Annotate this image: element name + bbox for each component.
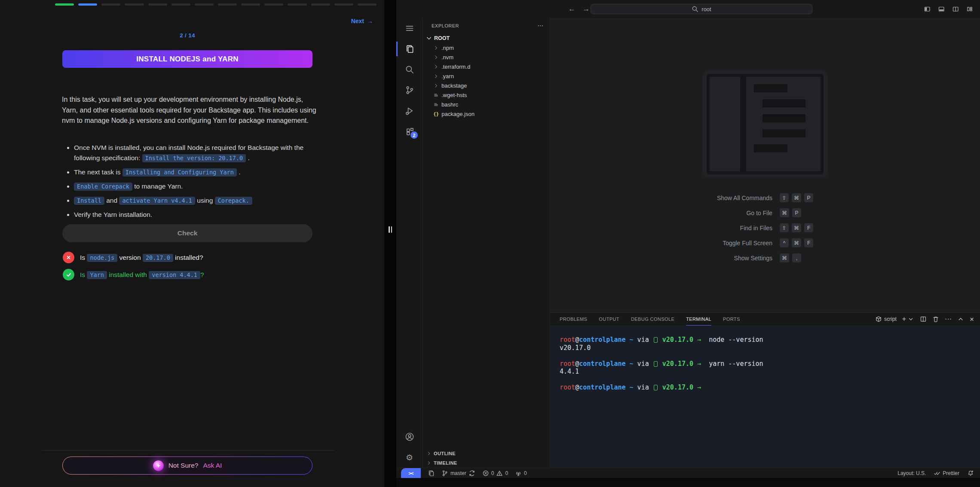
statusbar-copy-icon[interactable] xyxy=(428,470,435,477)
x-mark-icon xyxy=(63,252,74,263)
ask-ai-button[interactable]: Not Sure? Ask AI xyxy=(62,457,312,475)
check-button[interactable]: Check xyxy=(62,224,312,242)
branch-name: master xyxy=(450,470,466,476)
explorer-item-bashrc[interactable]: bashrc xyxy=(423,100,550,109)
remote-indicator[interactable]: >< xyxy=(401,468,421,478)
arrow-right-icon: → xyxy=(367,18,373,24)
activity-account-icon[interactable] xyxy=(396,426,423,447)
maximize-panel-icon[interactable] xyxy=(957,316,964,323)
terminal-line xyxy=(560,352,971,360)
kill-terminal-icon[interactable] xyxy=(932,316,939,323)
task-panel: Next → 2 / 14 INSTALL NODEJS and YARN In… xyxy=(0,0,384,487)
nodejs-icon xyxy=(654,337,658,343)
explorer-item-.yarn[interactable]: .yarn xyxy=(423,71,550,81)
chevron-right-icon xyxy=(426,460,432,466)
keycap: P xyxy=(792,208,801,217)
formatter-label: Prettier xyxy=(943,470,959,476)
activity-search-icon[interactable] xyxy=(396,59,423,80)
progress-segment-done xyxy=(55,3,74,6)
notifications-bell[interactable] xyxy=(967,470,974,477)
sidebar-section-timeline[interactable]: TIMELINE xyxy=(423,458,550,468)
activity-menu-icon[interactable] xyxy=(396,18,423,39)
error-count: 0 xyxy=(491,470,494,476)
keycap: ⌘ xyxy=(780,208,789,217)
progress-segment-todo xyxy=(125,3,144,6)
extensions-badge: 2 xyxy=(410,131,418,139)
toggle-sidebar-icon[interactable] xyxy=(924,6,931,12)
explorer-item-backstage[interactable]: backstage xyxy=(423,81,550,90)
task-bullet: Once NVM is installed, you can install N… xyxy=(74,143,321,163)
explorer-tree: .npm.nvm.terraform.d.yarnbackstage.wget-… xyxy=(423,43,550,119)
explorer-item-.nvm[interactable]: .nvm xyxy=(423,52,550,62)
double-check-icon xyxy=(934,470,940,477)
terminal-output[interactable]: root@controlplane ~ via v20.17.0 → node … xyxy=(550,326,980,468)
terminal-dropdown-icon[interactable] xyxy=(907,316,914,323)
new-terminal-button[interactable]: + xyxy=(902,316,906,323)
task-bullets: Once NVM is installed, you can install N… xyxy=(63,143,321,224)
editor-empty-state: Show All Commands⇧⌘PGo to File⌘PFind in … xyxy=(550,18,980,312)
resize-handle[interactable] xyxy=(389,226,392,233)
ports-status[interactable]: 0 xyxy=(515,470,527,477)
bottom-panel: PROBLEMSOUTPUTDEBUG CONSOLETERMINALPORTS… xyxy=(550,312,980,468)
explorer-item-.wget-hsts[interactable]: .wget-hsts xyxy=(423,90,550,100)
bell-icon xyxy=(967,470,974,477)
panel-tab-terminal[interactable]: TERMINAL xyxy=(686,313,711,326)
activity-extensions-icon[interactable]: 2 xyxy=(396,121,423,142)
progress-segment-todo xyxy=(288,3,306,6)
chevron-right-icon xyxy=(426,451,432,456)
task-bullet: Install and activate Yarn v4.4.1 using C… xyxy=(74,195,321,206)
keycap: ⌘ xyxy=(792,223,801,232)
panel-tab-ports[interactable]: PORTS xyxy=(723,313,740,326)
customize-layout-icon[interactable] xyxy=(966,6,973,12)
code-chip: node.js xyxy=(87,254,117,262)
explorer-title: EXPLORER xyxy=(432,23,459,28)
terminal-line: root@controlplane ~ via v20.17.0 → yarn … xyxy=(560,360,971,368)
nav-back-icon[interactable]: ← xyxy=(568,5,576,13)
explorer-item-.terraform.d[interactable]: .terraform.d xyxy=(423,62,550,71)
task-description: In this task, you will set up your devel… xyxy=(62,94,317,126)
git-branch-status[interactable]: master xyxy=(441,470,475,477)
activity-run-debug-icon[interactable] xyxy=(396,100,423,121)
progress-segment-todo xyxy=(101,3,120,6)
warnings-icon xyxy=(496,470,503,477)
progress-bar xyxy=(55,3,377,6)
keyboard-layout-status[interactable]: Layout: U.S. xyxy=(897,470,926,476)
problems-status[interactable]: 0 0 xyxy=(482,470,508,477)
keycap: ⇧ xyxy=(780,223,789,232)
explorer-item-.npm[interactable]: .npm xyxy=(423,43,550,52)
search-icon xyxy=(692,6,698,12)
activity-source-control-icon[interactable] xyxy=(396,80,423,100)
progress-segment-todo xyxy=(311,3,330,6)
split-terminal-icon[interactable] xyxy=(920,316,927,323)
sidebar-section-outline[interactable]: OUTLINE xyxy=(423,449,550,458)
explorer-item-package.json[interactable]: {}package.json xyxy=(423,109,550,119)
check-result-fail: Is node.js version 20.17.0 installed? xyxy=(63,252,204,263)
errors-icon xyxy=(482,470,489,477)
panel-tab-problems[interactable]: PROBLEMS xyxy=(560,313,587,326)
shortcut-keys: ⇧⌘P xyxy=(780,193,813,202)
split-editor-icon[interactable] xyxy=(952,6,959,12)
formatter-status[interactable]: Prettier xyxy=(934,470,959,477)
task-bullet: The next task is Installing and Configur… xyxy=(74,167,321,177)
panel-more-icon[interactable]: ··· xyxy=(945,316,952,323)
ask-ai-label-suffix: Ask AI xyxy=(203,462,222,469)
toggle-panel-icon[interactable] xyxy=(938,6,945,12)
panel-tab-debug-console[interactable]: DEBUG CONSOLE xyxy=(631,313,674,326)
shortcut-label: Find in Files xyxy=(717,225,772,231)
code-chip: 20.17.0 xyxy=(143,254,173,262)
shortcut-label: Show Settings xyxy=(717,255,772,262)
command-center-search[interactable]: root xyxy=(591,4,812,14)
activity-settings-gear-icon[interactable]: ⚙ xyxy=(396,447,423,468)
explorer-more-icon[interactable]: ··· xyxy=(538,23,544,28)
close-panel-icon[interactable]: × xyxy=(970,316,974,323)
json-file-icon: {} xyxy=(433,111,439,117)
panel-tab-output[interactable]: OUTPUT xyxy=(599,313,619,326)
activity-files-icon[interactable] xyxy=(396,39,423,59)
next-button[interactable]: Next → xyxy=(351,18,373,24)
nodejs-icon xyxy=(654,361,658,367)
progress-segment-todo xyxy=(195,3,214,6)
explorer-root-folder[interactable]: ROOT xyxy=(423,33,550,43)
terminal-instance[interactable]: script xyxy=(875,316,897,323)
nav-forward-icon[interactable]: → xyxy=(582,5,590,13)
editor-area: Show All Commands⇧⌘PGo to File⌘PFind in … xyxy=(550,18,980,468)
